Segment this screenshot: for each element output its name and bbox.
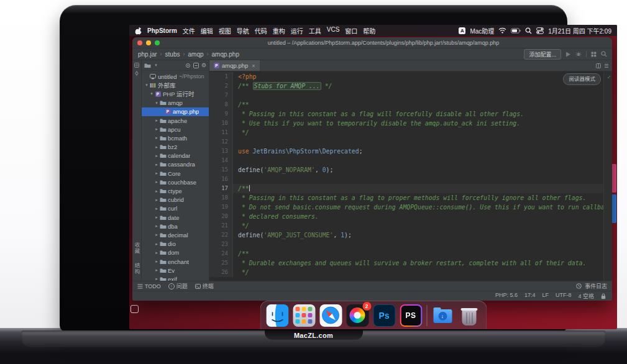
menubar-item-3[interactable]: 导航 <box>237 26 249 35</box>
assistant-menu-label[interactable]: Mac助理 <box>470 26 494 35</box>
code-line-17[interactable]: 17/** <box>209 184 612 193</box>
tree-chevron-icon[interactable]: ▸ <box>154 215 159 220</box>
project-settings-gear-icon[interactable]: ⚙ <box>201 63 206 68</box>
code-line-9[interactable]: 9 * Passing in this constant as a flag w… <box>209 109 612 119</box>
dock-phpstorm-icon[interactable]: PS <box>400 304 422 327</box>
apple-menu-icon[interactable] <box>135 27 142 35</box>
tree-item-decimal[interactable]: ▸decimal <box>142 230 209 239</box>
tab-list-icon[interactable] <box>604 63 609 68</box>
run-configuration-button[interactable]: 添加配置... <box>524 49 561 60</box>
tree-item-php-运行时[interactable]: ▾PPHP 运行时 <box>142 89 209 98</box>
reader-mode-button[interactable]: 阅读器模式 <box>563 73 601 85</box>
code-line-2[interactable]: 2/** Stubs for AMQP ... */ <box>209 81 612 91</box>
tree-chevron-icon[interactable]: ▸ <box>154 259 159 264</box>
tree-chevron-icon[interactable]: ▾ <box>144 83 149 88</box>
tree-chevron-icon[interactable]: ▸ <box>154 198 159 202</box>
layout-grid-icon[interactable] <box>591 52 597 57</box>
tree-item-dom[interactable]: ▸dom <box>142 248 209 257</box>
locate-file-icon[interactable] <box>185 63 191 68</box>
project-view-chevron-icon[interactable]: ▾ <box>153 63 158 68</box>
zoom-window-button[interactable] <box>155 40 160 45</box>
breadcrumb-amqp-php[interactable]: amqp.php <box>211 51 240 58</box>
breadcrumb-amqp[interactable]: amqp <box>187 51 204 58</box>
breadcrumb-stubs[interactable]: stubs <box>165 51 181 58</box>
tree-chevron-icon[interactable]: ▾ <box>149 91 154 96</box>
tree-chevron-icon[interactable]: ▸ <box>154 162 159 167</box>
breadcrumb-php-jar[interactable]: php.jar <box>137 51 158 58</box>
code-line-22[interactable]: 22define('AMQP_JUST_CONSUME', 1); <box>209 230 612 240</box>
tree-chevron-icon[interactable]: ▸ <box>154 206 159 211</box>
tree-item-apcu[interactable]: ▸apcu <box>142 125 209 134</box>
dock-photoshop-icon[interactable]: Ps <box>373 304 395 327</box>
toolwindow-stripe-label-0[interactable]: 收藏 <box>133 242 140 254</box>
search-everywhere-icon[interactable] <box>601 51 607 57</box>
menubar-item-4[interactable]: 代码 <box>255 26 267 35</box>
commit-toolwindow-icon[interactable] <box>134 71 139 76</box>
code-line-7[interactable]: 7 <box>209 91 612 100</box>
toolwindow-button-终端[interactable]: 终端 <box>195 282 214 290</box>
code-editor[interactable]: 1<?php2/** Stubs for AMQP ... */78/**9 *… <box>209 71 612 281</box>
tree-item-curl[interactable]: ▸curl <box>142 204 209 213</box>
code-line-1[interactable]: 1<?php <box>209 72 612 81</box>
editor-scrollbar[interactable] <box>603 71 612 281</box>
tree-item-untitled[interactable]: untitled~/Phpston <box>142 72 209 81</box>
dock-downloads-icon[interactable]: ↓ <box>431 304 454 327</box>
minimize-window-button[interactable] <box>146 40 151 45</box>
tree-item-cassandra[interactable]: ▸cassandra <box>142 160 209 169</box>
tree-item-couchbase[interactable]: ▸couchbase <box>142 178 209 186</box>
tree-item-calendar[interactable]: ▸calendar <box>142 152 209 160</box>
status-widget-4[interactable]: 4 空格 <box>578 292 594 300</box>
toolwindow-stripe-label-1[interactable]: 结构 <box>133 263 140 275</box>
editor-tab-amqp[interactable]: P amqp.php × <box>209 60 260 71</box>
code-line-15[interactable]: 15define('AMQP_NOPARAM', 0); <box>209 165 612 175</box>
toolwindow-button-todo[interactable]: TODO <box>137 283 161 289</box>
tree-item-amqp[interactable]: ▾amqp <box>142 99 209 107</box>
toolwindow-button-问题[interactable]: !问题 <box>168 282 188 290</box>
event-log-button[interactable]: 事件日志 <box>585 282 607 290</box>
code-line-12[interactable]: 12 <box>209 137 612 147</box>
status-widget-2[interactable]: LF <box>542 292 549 300</box>
tree-item-cubrid[interactable]: ▸cubrid <box>142 196 209 204</box>
code-line-14[interactable]: 14 <box>209 156 612 165</box>
close-window-button[interactable] <box>137 40 142 45</box>
menubar-item-7[interactable]: 工具 <box>309 26 321 35</box>
close-tab-icon[interactable]: × <box>252 63 255 69</box>
menubar-item-0[interactable]: 文件 <box>183 26 195 35</box>
project-view-folder-icon[interactable] <box>144 63 151 68</box>
menubar-item-9[interactable]: 窗口 <box>345 26 357 35</box>
tree-item-dba[interactable]: ▸dba <box>142 222 209 230</box>
tree-chevron-icon[interactable]: ▸ <box>154 250 159 255</box>
menubar-item-1[interactable]: 编辑 <box>201 26 213 35</box>
tree-item-apache[interactable]: ▸apache <box>142 116 209 125</box>
tree-chevron-icon[interactable]: ▸ <box>154 171 159 176</box>
dock-color-wheel-icon[interactable]: 2 <box>346 304 368 327</box>
dock-launchpad-icon[interactable] <box>293 304 315 327</box>
tree-chevron-icon[interactable]: ▸ <box>154 135 159 140</box>
tree-chevron-icon[interactable]: ▸ <box>154 145 159 150</box>
tree-item-enchant[interactable]: ▸enchant <box>142 257 209 266</box>
tree-chevron-icon[interactable]: ▸ <box>154 276 159 281</box>
code-line-11[interactable]: 11 */ <box>209 128 612 137</box>
tree-item-date[interactable]: ▸date <box>142 213 209 222</box>
tree-item-dio[interactable]: ▸dio <box>142 240 209 248</box>
code-line-23[interactable]: 23 <box>209 240 612 249</box>
menubar-item-5[interactable]: 重构 <box>273 26 285 35</box>
screen-corner-icon[interactable] <box>130 305 139 313</box>
tree-item-amqp-php[interactable]: Pamqp.php <box>142 107 209 116</box>
tree-item-外部库[interactable]: ▾外部库 <box>142 81 209 89</box>
project-toolwindow-icon[interactable] <box>134 63 139 68</box>
tree-item-bz2[interactable]: ▸bz2 <box>142 143 209 152</box>
code-line-10[interactable]: 10 * Use this if you want to temporarily… <box>209 119 612 128</box>
dock-finder-icon[interactable] <box>266 304 288 327</box>
code-line-25[interactable]: 25 * Durable exchanges and queues will s… <box>209 258 612 268</box>
code-line-26[interactable]: 26 */ <box>209 268 612 277</box>
tree-item-bcmath[interactable]: ▸bcmath <box>142 134 209 142</box>
tree-chevron-icon[interactable]: ▸ <box>154 127 159 132</box>
run-icon[interactable] <box>565 52 571 57</box>
tree-item-ctype[interactable]: ▸ctype <box>142 186 209 195</box>
code-line-16[interactable]: 16 <box>209 175 612 184</box>
tree-chevron-icon[interactable]: ▾ <box>154 101 159 106</box>
tree-chevron-icon[interactable]: ▸ <box>154 242 159 247</box>
menubar-item-2[interactable]: 视图 <box>219 26 231 35</box>
control-center-icon[interactable] <box>536 27 544 34</box>
